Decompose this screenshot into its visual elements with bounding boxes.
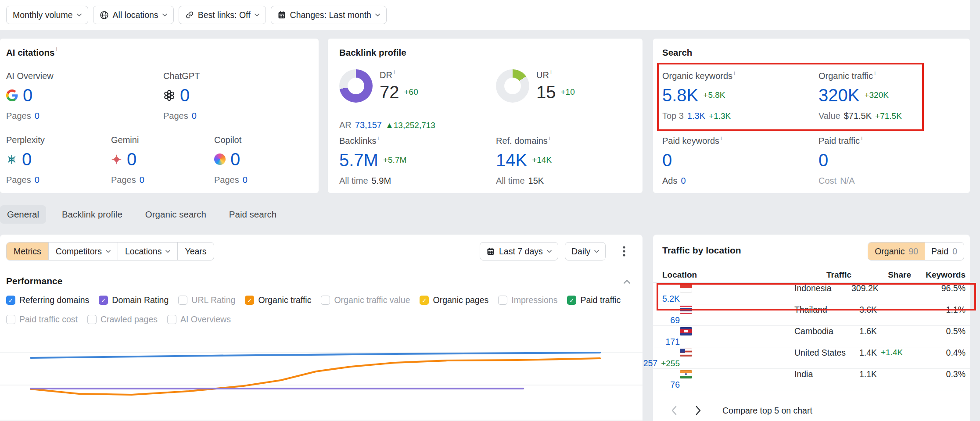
ads-value-link[interactable]: 0: [681, 176, 686, 186]
traffic-by-location-title: Traffic by location: [662, 245, 741, 256]
traffic-value: 1.4K: [851, 348, 877, 358]
keywords-link[interactable]: 76: [670, 380, 680, 390]
flag-chakra: [685, 373, 687, 375]
share-value: 0.3%: [911, 369, 966, 379]
paid-traffic-label: Paid traffici: [818, 136, 862, 146]
top-toolbar: Monthly volumeAll locationsBest links: O…: [0, 0, 970, 30]
collapse-section-icon[interactable]: [623, 279, 631, 284]
metric-toggle-organic-traffic[interactable]: ✓Organic traffic: [245, 295, 311, 305]
keywords-link[interactable]: 69: [670, 315, 680, 325]
ref-domains-value[interactable]: 14K: [496, 150, 527, 170]
metric-toggle-url-rating[interactable]: URL Rating: [178, 295, 235, 305]
metric-toggle-referring-domains[interactable]: ✓Referring domains: [6, 295, 89, 305]
location-row-cambodia[interactable]: Cambodia1.6K0.5%171: [653, 326, 970, 347]
metric-value[interactable]: 0: [230, 150, 240, 169]
toolbar-monthly-volume[interactable]: Monthly volume: [6, 6, 88, 24]
ar-delta: ▲13,252,713: [385, 121, 435, 130]
keywords-link[interactable]: 171: [665, 337, 680, 347]
metric-toggle-crawled-pages[interactable]: Crawled pages: [87, 314, 158, 325]
cost-value: N/A: [840, 176, 854, 186]
compare-top5-button[interactable]: Compare top 5 on chart: [722, 406, 812, 416]
pages-value-link[interactable]: 0: [35, 111, 39, 121]
checkbox-checked-icon[interactable]: ✓: [245, 296, 254, 305]
next-page-button[interactable]: [693, 405, 704, 416]
metric-value[interactable]: 0: [127, 150, 136, 169]
toolbar-changes-last-month[interactable]: Changes: Last month: [271, 6, 387, 24]
checkbox-unchecked-icon[interactable]: [167, 315, 176, 324]
metric-value[interactable]: 0: [180, 86, 190, 105]
checkbox-label: Organic traffic: [258, 295, 311, 305]
organic-traffic-value[interactable]: 320K: [818, 86, 859, 105]
checkbox-checked-icon[interactable]: ✓: [420, 296, 429, 305]
metric-toggle-impressions[interactable]: Impressions: [498, 295, 557, 305]
tab-general[interactable]: General: [0, 205, 46, 224]
keywords-cell: 69: [662, 315, 680, 325]
toggle-paid[interactable]: Paid 0: [925, 243, 964, 260]
organic-keywords-delta: +5.8K: [703, 90, 725, 100]
ur-delta: +10: [561, 87, 575, 97]
checkbox-unchecked-icon[interactable]: [498, 296, 507, 305]
toggle-organic[interactable]: Organic 90: [868, 243, 925, 260]
backlinks-value[interactable]: 5.7M: [339, 150, 378, 170]
toolbar-all-locations[interactable]: All locations: [93, 6, 174, 24]
granularity-button[interactable]: Daily: [565, 242, 606, 260]
flag-icon-us: [680, 349, 692, 357]
tab-backlink-profile[interactable]: Backlink profile: [55, 205, 129, 224]
keywords-link[interactable]: 5.2K: [662, 294, 680, 304]
pages-value-link[interactable]: 0: [243, 175, 248, 185]
checkbox-checked-icon[interactable]: ✓: [567, 296, 576, 305]
perplexity-icon: [6, 154, 17, 165]
prev-page-button[interactable]: [668, 405, 679, 416]
location-row-thailand[interactable]: Thailand3.6K1.1%69: [653, 304, 970, 326]
toggle-paid-count: 0: [952, 246, 957, 257]
metric-toggle-paid-traffic[interactable]: ✓Paid traffic: [567, 295, 621, 305]
location-table-body: Indonesia309.2K96.5%5.2KThailand3.6K1.1%…: [653, 283, 970, 390]
paid-traffic-value[interactable]: 0: [818, 150, 828, 170]
flag-canton: [680, 349, 685, 353]
filter-years[interactable]: Years: [177, 243, 213, 260]
date-range-button[interactable]: Last 7 days: [480, 242, 558, 260]
metric-value-row: 0: [6, 150, 45, 169]
metric-toggle-ai-overviews[interactable]: AI Overviews: [167, 314, 231, 325]
location-row-india[interactable]: India1.1K0.3%76: [653, 369, 970, 390]
filter-metrics[interactable]: Metrics: [7, 243, 48, 260]
metric-sub: Pages0: [111, 175, 144, 185]
traffic-value: 1.6K: [851, 326, 877, 336]
pages-value-link[interactable]: 0: [35, 175, 39, 185]
checkbox-checked-icon[interactable]: ✓: [99, 296, 108, 305]
ai-citations-card: AI citationsi AI Overview0Pages0ChatGPT0…: [0, 39, 319, 193]
metric-toggle-paid-traffic-cost[interactable]: Paid traffic cost: [6, 314, 78, 325]
tab-paid-search[interactable]: Paid search: [222, 205, 284, 224]
more-options-button[interactable]: [617, 244, 631, 258]
checkbox-unchecked-icon[interactable]: [321, 296, 330, 305]
metric-toggle-domain-rating[interactable]: ✓Domain Rating: [99, 295, 169, 305]
pages-label: Pages: [6, 111, 31, 121]
location-row-united-states[interactable]: United States1.4K+1.4K0.4%257+255: [653, 347, 970, 369]
top3-value-link[interactable]: 1.3K: [687, 111, 705, 121]
cost-label: Cost: [818, 176, 836, 186]
organic-keywords-value[interactable]: 5.8K: [662, 86, 698, 105]
filter-locations[interactable]: Locations: [118, 243, 177, 260]
checkbox-checked-icon[interactable]: ✓: [6, 296, 15, 305]
ar-value-link[interactable]: 73,157: [355, 120, 382, 130]
filter-competitors[interactable]: Competitors: [48, 243, 118, 260]
pages-value-link[interactable]: 0: [140, 175, 144, 185]
paid-keywords-value[interactable]: 0: [662, 150, 672, 170]
metric-value[interactable]: 0: [22, 150, 32, 169]
flag-icon-id: [680, 284, 692, 293]
chevron-down-icon: [77, 14, 82, 17]
dr-label: DRi: [380, 70, 418, 80]
pages-value-link[interactable]: 0: [192, 111, 197, 121]
checkbox-unchecked-icon[interactable]: [87, 315, 97, 324]
keywords-link[interactable]: 257: [643, 358, 658, 368]
checkbox-unchecked-icon[interactable]: [178, 296, 187, 305]
location-table-header: Location Traffic Share Keywords: [653, 267, 970, 283]
metric-value[interactable]: 0: [23, 86, 32, 105]
tab-organic-search[interactable]: Organic search: [138, 205, 213, 224]
toolbar-best-links-off[interactable]: Best links: Off: [179, 6, 266, 24]
chevron-down-icon: [375, 14, 380, 17]
location-row-indonesia[interactable]: Indonesia309.2K96.5%5.2K: [653, 283, 970, 304]
metric-toggle-organic-pages[interactable]: ✓Organic pages: [420, 295, 488, 305]
metric-toggle-organic-traffic-value[interactable]: Organic traffic value: [321, 295, 410, 305]
checkbox-unchecked-icon[interactable]: [6, 315, 15, 324]
